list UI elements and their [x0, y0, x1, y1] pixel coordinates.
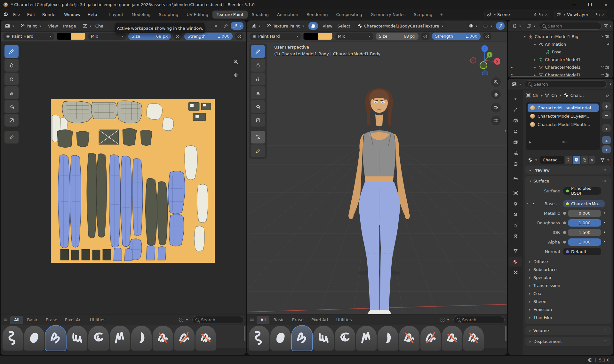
- shelf-tab[interactable]: All: [10, 316, 23, 324]
- draw-tool[interactable]: [4, 45, 19, 58]
- uv-texture-image[interactable]: [51, 99, 215, 263]
- brush-type-dropdown[interactable]: Paint Hard ▾: [3, 33, 54, 40]
- brush-thumbnail[interactable]: [356, 326, 377, 351]
- menu-item[interactable]: Edit: [24, 11, 39, 18]
- size-slider[interactable]: Size 68 px: [376, 33, 419, 40]
- secondary-color-swatch[interactable]: [71, 33, 86, 40]
- brush-thumbnail[interactable]: [24, 326, 44, 351]
- blender-menu-icon[interactable]: [3, 12, 8, 17]
- shelf-scrollbar[interactable]: [505, 326, 506, 341]
- brush-thumbnail[interactable]: [195, 326, 216, 351]
- brush-type-dropdown[interactable]: Paint Hard ▾: [250, 33, 301, 40]
- material-name-field[interactable]: Charac...: [540, 156, 564, 164]
- surface-panel-header[interactable]: ▾Surface∷∷: [525, 176, 611, 185]
- editor-type-button[interactable]: ▾: [250, 22, 262, 30]
- properties-tab[interactable]: [509, 267, 522, 277]
- workspace-tab[interactable]: Scripting: [410, 11, 437, 19]
- workspace-tab[interactable]: Texture Paint: [212, 11, 248, 19]
- outliner-search-input[interactable]: Search: [539, 22, 602, 30]
- workspace-tab[interactable]: Animation: [273, 11, 302, 19]
- viewport-canvas[interactable]: User Perspective (1) CharacterModel1.Bod…: [247, 42, 507, 321]
- expander-icon[interactable]: ▸: [533, 58, 537, 61]
- grip-handle[interactable]: ∷∷: [562, 140, 567, 144]
- menu-item[interactable]: Render: [39, 11, 60, 18]
- strength-pressure-button[interactable]: [235, 33, 243, 40]
- visibility-icons[interactable]: [606, 42, 610, 46]
- properties-display-mode[interactable]: ▾: [510, 80, 523, 88]
- animate-dot[interactable]: •: [601, 221, 608, 225]
- brush-thumbnail[interactable]: [131, 326, 152, 351]
- normal-input-button[interactable]: Default: [563, 248, 601, 255]
- outliner-row[interactable]: • ▸ CharacterModel1: [508, 63, 613, 71]
- surface-node-button[interactable]: Principled BSDF: [563, 187, 601, 195]
- brush-thumbnail[interactable]: [292, 326, 312, 351]
- roughness-slider[interactable]: 1.000: [568, 219, 601, 227]
- outliner-row[interactable]: Pose: [508, 48, 613, 56]
- brush-thumbnail[interactable]: [88, 326, 109, 351]
- add-slot-button[interactable]: +: [602, 102, 611, 110]
- shelf-menu-icon[interactable]: ≡: [3, 316, 8, 323]
- subsection-row[interactable]: ▸ Diffuse: [525, 258, 611, 266]
- outliner-scrollbar[interactable]: [511, 76, 575, 77]
- animate-dot[interactable]: •: [601, 211, 608, 215]
- outliner-filter-mode[interactable]: ▾: [524, 22, 537, 30]
- color-swatches[interactable]: [57, 33, 86, 40]
- properties-options-icon[interactable]: ▾: [610, 82, 611, 86]
- smear-tool[interactable]: [251, 73, 265, 85]
- brush-thumbnail[interactable]: [378, 326, 398, 351]
- workspace-tab[interactable]: UV Editing: [182, 11, 212, 19]
- visibility-icons[interactable]: [601, 73, 610, 77]
- properties-tab[interactable]: [509, 221, 522, 230]
- properties-tabs-more[interactable]: ▾: [509, 94, 522, 104]
- color-swatches[interactable]: [303, 33, 333, 40]
- overlays-dropdown[interactable]: ▾: [481, 22, 494, 30]
- brush-search-input[interactable]: Search: [453, 316, 505, 323]
- size-pressure-button[interactable]: [421, 33, 429, 40]
- primary-color-swatch[interactable]: [57, 33, 71, 40]
- brush-thumbnail[interactable]: [313, 326, 334, 351]
- alpha-slider[interactable]: 1.000: [568, 238, 601, 246]
- properties-tab[interactable]: [509, 137, 522, 147]
- mode-dropdown[interactable]: Texture Paint ▾: [264, 22, 307, 30]
- slot-specials-button[interactable]: ▾: [602, 124, 611, 132]
- soften-tool[interactable]: [251, 59, 265, 72]
- active-tool-toggle[interactable]: ▾: [231, 22, 243, 30]
- workspace-tab[interactable]: Modeling: [127, 11, 155, 19]
- blend-mode-dropdown[interactable]: Mix ▾: [88, 33, 126, 40]
- outliner-display-mode[interactable]: ▾: [510, 22, 523, 30]
- pin-icon[interactable]: [223, 24, 228, 28]
- material-browse-button[interactable]: ▾: [526, 156, 539, 164]
- fill-tool[interactable]: [251, 100, 265, 113]
- annotate-tool[interactable]: [4, 131, 19, 143]
- menu-item[interactable]: Window: [60, 11, 84, 18]
- shelf-display-button[interactable]: ▾: [177, 316, 190, 323]
- subsection-row[interactable]: ▸ Emission: [525, 306, 611, 314]
- size-slider[interactable]: Size 68 px: [128, 33, 171, 40]
- brush-thumbnail[interactable]: [399, 326, 419, 351]
- brush-thumbnail[interactable]: [335, 326, 355, 351]
- properties-tab[interactable]: [509, 159, 522, 169]
- zoom-in-icon[interactable]: [231, 57, 241, 66]
- scene-selector[interactable]: ▾ Scene ×: [484, 11, 550, 18]
- brush-thumbnail[interactable]: [174, 326, 195, 351]
- editor-menu-item[interactable]: Image: [60, 23, 79, 29]
- pin-icon[interactable]: [605, 93, 610, 98]
- strength-slider[interactable]: Strength 1.000: [184, 33, 233, 40]
- subsection-row[interactable]: ▸ Transmission: [525, 282, 611, 290]
- brush-thumbnail[interactable]: [270, 326, 291, 351]
- secondary-color-swatch[interactable]: [318, 33, 332, 40]
- menu-item[interactable]: Help: [84, 11, 101, 18]
- breadcrumb-item[interactable]: Ch: [551, 93, 557, 98]
- image-unlink-button[interactable]: ×: [211, 22, 221, 30]
- shelf-scrollbar[interactable]: [244, 326, 245, 341]
- grip-handle[interactable]: ∷∷: [602, 329, 608, 333]
- brush-thumbnail[interactable]: [442, 326, 462, 351]
- grip-handle[interactable]: ∷∷: [602, 168, 608, 172]
- gizmo-toggle[interactable]: [496, 22, 505, 30]
- mask-tool[interactable]: [4, 114, 19, 127]
- brush-thumbnail[interactable]: [67, 326, 87, 351]
- brush-thumbnail[interactable]: [420, 326, 441, 351]
- maximize-button[interactable]: [582, 0, 598, 9]
- pan-hand-icon[interactable]: [231, 70, 241, 79]
- metallic-slider[interactable]: 0.000: [568, 210, 601, 217]
